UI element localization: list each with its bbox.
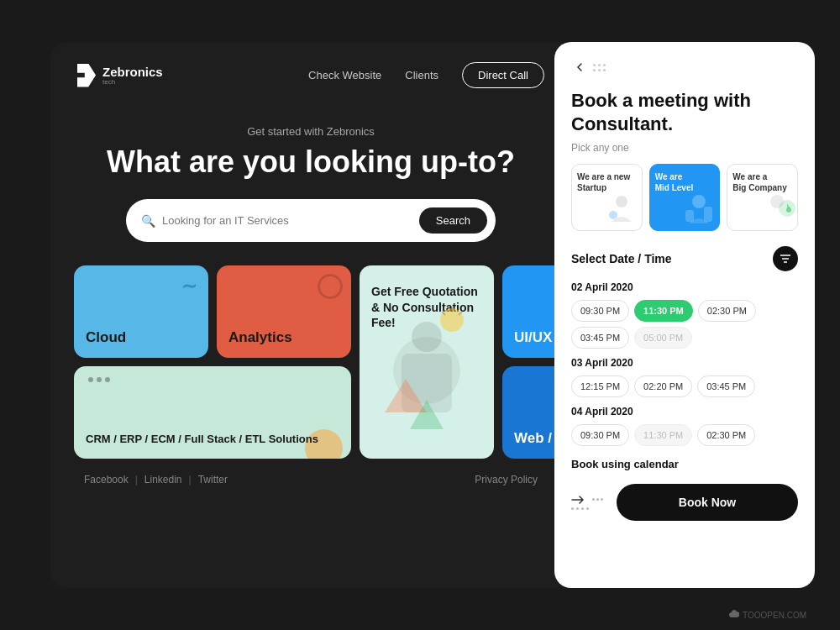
company-type-cards: We are a new Startup We are Mid Level (571, 164, 798, 231)
time-slot-0-2[interactable]: 02:30 PM (698, 300, 756, 322)
company-card-startup[interactable]: We are a new Startup (571, 164, 643, 231)
footer: Facebook | Linkedin | Twitter Privacy Po… (50, 459, 571, 486)
service-label-web: Web / Mobile (514, 430, 571, 447)
nav-links: Check Website Clients Direct Call (308, 62, 544, 88)
direct-call-button[interactable]: Direct Call (462, 62, 544, 88)
footer-sep-1: | (135, 474, 138, 486)
svg-point-22 (692, 195, 706, 208)
booking-title: Book a meeting with Consultant. (571, 89, 798, 135)
svg-marker-8 (410, 400, 444, 429)
time-slots-2: 09:30 PM11:30 PM02:30 PM (571, 424, 798, 446)
svg-point-15 (105, 377, 110, 382)
footer-facebook[interactable]: Facebook (84, 474, 129, 486)
service-card-cloud[interactable]: ∼ Cloud (74, 265, 208, 358)
cloud-watermark-icon (729, 610, 739, 620)
date-slots-container: 02 April 202009:30 PM11:30 PM02:30 PM03:… (571, 281, 798, 446)
bottom-arrow-row (571, 496, 603, 504)
bottom-dot-5 (576, 507, 579, 510)
main-panel: Zebronics tech Check Website Clients Dir… (50, 42, 571, 588)
dot-4 (593, 69, 596, 71)
dot-5 (598, 69, 601, 71)
select-datetime-label: Select Date / Time (571, 252, 672, 265)
book-now-button[interactable]: Book Now (617, 484, 798, 521)
time-slot-0-1[interactable]: 11:30 PM (634, 300, 693, 322)
service-label-uiux: UI/UX Design (514, 329, 571, 346)
bigcompany-figure (759, 190, 795, 227)
hero-title: What are you looking up-to? (77, 144, 544, 179)
dot-3 (603, 64, 606, 66)
footer-links: Facebook | Linkedin | Twitter (84, 474, 228, 486)
time-slot-2-1: 11:30 PM (634, 424, 692, 446)
dot-1 (593, 64, 596, 66)
watermark: TOOOPEN.COM (729, 610, 806, 620)
time-slot-2-2[interactable]: 02:30 PM (697, 424, 755, 446)
bottom-dot-1 (592, 498, 595, 501)
company-card-bigcompany[interactable]: We are a Big Company (727, 164, 798, 231)
time-slot-1-1[interactable]: 02:20 PM (634, 375, 692, 397)
svg-point-0 (393, 337, 460, 404)
startup-figure (605, 192, 638, 225)
svg-rect-2 (402, 354, 452, 412)
service-label-cloud: Cloud (86, 329, 126, 346)
footer-sep-2: | (189, 474, 192, 486)
filter-button[interactable] (773, 246, 798, 271)
svg-rect-23 (685, 210, 694, 222)
svg-point-14 (97, 377, 102, 382)
time-slot-1-2[interactable]: 03:45 PM (697, 375, 755, 397)
midlevel-figure (680, 190, 717, 227)
nav-check-website[interactable]: Check Website (308, 69, 381, 81)
service-label-crm: CRM / ERP / ECM / Full Stack / ETL Solut… (86, 432, 318, 447)
panel-nav-dots (593, 64, 606, 71)
panel-back-arrow[interactable] (571, 59, 588, 76)
arrow-right-icon (571, 496, 586, 504)
brand-name: Zebronics (102, 65, 163, 79)
service-label-quotation: Get Free Quotation & No Consultation Fee… (371, 284, 482, 330)
logo: Zebronics tech (77, 64, 163, 87)
pick-any-label: Pick any one (571, 142, 798, 154)
service-card-quotation[interactable]: Get Free Quotation & No Consultation Fee… (360, 265, 494, 459)
hero-section: Get started with Zebronics What are you … (50, 108, 571, 242)
panel-bottom-icons (571, 496, 603, 510)
svg-rect-24 (704, 207, 712, 222)
time-slot-0-4: 05:00 PM (634, 327, 692, 349)
cloud-deco-icon: ∼ (181, 276, 197, 297)
search-icon: 🔍 (141, 214, 155, 228)
crm-deco-icon (87, 376, 113, 383)
footer-twitter[interactable]: Twitter (198, 474, 228, 486)
bottom-dot-2 (596, 498, 599, 501)
filter-icon (780, 254, 791, 264)
company-card-midlevel[interactable]: We are Mid Level (649, 164, 721, 231)
panel-bottom: Book Now (571, 484, 798, 521)
search-button[interactable]: Search (419, 207, 487, 234)
footer-linkedin[interactable]: Linkedin (144, 474, 182, 486)
footer-privacy[interactable]: Privacy Policy (475, 474, 538, 486)
time-slot-0-0[interactable]: 09:30 PM (571, 300, 629, 322)
dot-2 (598, 64, 601, 66)
dot-6 (603, 69, 606, 71)
date-label-2: 04 April 2020 (571, 406, 798, 417)
booking-panel: Book a meeting with Consultant. Pick any… (554, 42, 815, 588)
date-time-header: Select Date / Time (571, 246, 798, 271)
time-slots-1: 12:15 PM02:20 PM03:45 PM (571, 375, 798, 397)
calendar-link[interactable]: Book using calendar (571, 458, 798, 470)
service-card-analytics[interactable]: Analytics (217, 265, 351, 358)
analytics-deco-icon (318, 274, 343, 299)
hero-subtitle: Get started with Zebronics (77, 125, 544, 138)
time-slot-0-3[interactable]: 03:45 PM (571, 327, 629, 349)
time-slot-1-0[interactable]: 12:15 PM (571, 375, 629, 397)
service-grid: ∼ Cloud Analytics Get F (50, 265, 571, 459)
svg-point-27 (786, 207, 791, 213)
bottom-dot-6 (581, 507, 584, 510)
time-slot-2-0[interactable]: 09:30 PM (571, 424, 629, 446)
brand-sub: tech (102, 78, 163, 86)
time-slots-0: 09:30 PM11:30 PM02:30 PM03:45 PM05:00 PM (571, 300, 798, 349)
startup-label: We are a new Startup (577, 171, 637, 193)
svg-point-21 (609, 211, 617, 219)
nav-clients[interactable]: Clients (405, 69, 438, 81)
bottom-dot-4 (571, 507, 574, 510)
bottom-dot-row (571, 507, 603, 510)
service-card-crm[interactable]: CRM / ERP / ECM / Full Stack / ETL Solut… (74, 366, 351, 459)
bottom-dot-7 (586, 507, 589, 510)
search-bar: 🔍 Search (126, 199, 496, 242)
search-input[interactable] (162, 214, 419, 227)
